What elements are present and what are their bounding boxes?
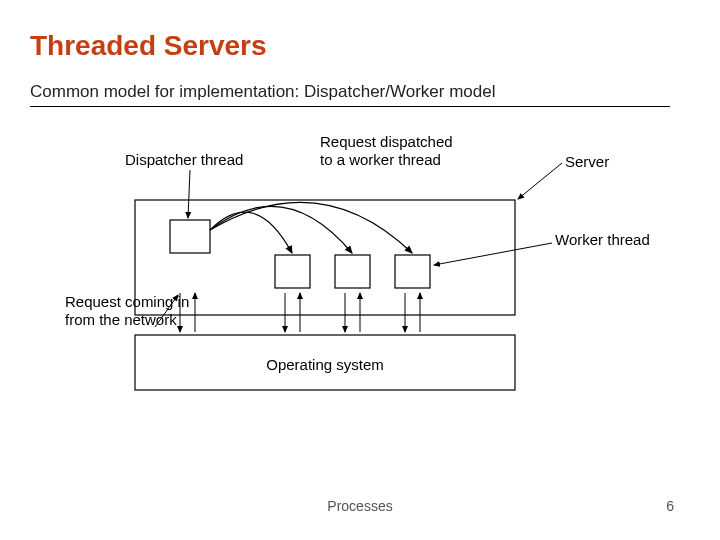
title-rule bbox=[30, 106, 670, 107]
worker-box-3 bbox=[395, 255, 430, 288]
slide: Threaded Servers Common model for implem… bbox=[0, 0, 720, 540]
page-number: 6 bbox=[666, 498, 674, 514]
dispatched-label-2: to a worker thread bbox=[320, 151, 441, 168]
dispatcher-pointer bbox=[188, 170, 190, 218]
incoming-label-1: Request coming in bbox=[65, 293, 189, 310]
footer-center: Processes bbox=[0, 498, 720, 514]
dispatch-arrow-1 bbox=[210, 212, 292, 253]
os-label: Operating system bbox=[266, 356, 384, 373]
dispatch-arrow-3 bbox=[210, 202, 412, 253]
worker-thread-label: Worker thread bbox=[555, 231, 650, 248]
worker-pointer bbox=[434, 243, 552, 265]
dispatcher-worker-diagram: Operating system Dispatcher thread Reque… bbox=[60, 125, 660, 425]
slide-subtitle: Common model for implementation: Dispatc… bbox=[30, 82, 495, 102]
server-label: Server bbox=[565, 153, 609, 170]
slide-title: Threaded Servers bbox=[30, 30, 267, 62]
worker-box-2 bbox=[335, 255, 370, 288]
dispatched-label-1: Request dispatched bbox=[320, 133, 453, 150]
dispatcher-box bbox=[170, 220, 210, 253]
server-box bbox=[135, 200, 515, 315]
dispatcher-label: Dispatcher thread bbox=[125, 151, 243, 168]
dispatch-arrow-2 bbox=[210, 206, 352, 253]
server-pointer bbox=[518, 163, 562, 199]
worker-box-1 bbox=[275, 255, 310, 288]
